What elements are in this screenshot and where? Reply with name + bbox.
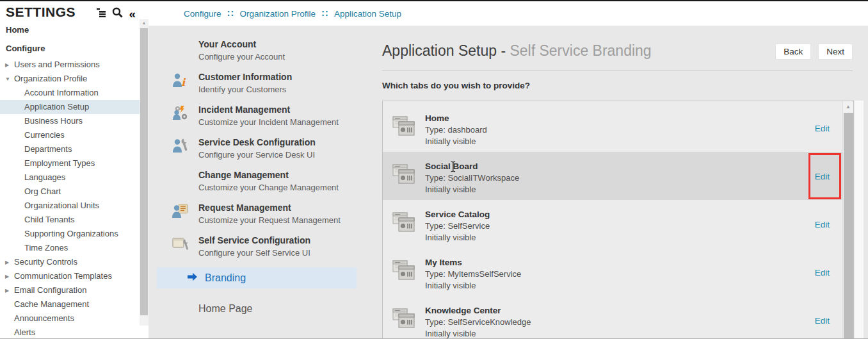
page-scrollbar-track[interactable] [855, 101, 864, 339]
sidebar-item-languages[interactable]: Languages [0, 170, 140, 185]
tab-row-text: Service CatalogType: SelfServiceInitiall… [425, 209, 490, 244]
collapse-sidebar-icon[interactable]: « [129, 9, 136, 19]
menu-item-text: Your AccountConfigure your Account [198, 38, 285, 63]
sidebar-item-employment-types[interactable]: Employment Types [0, 156, 140, 170]
sidebar-item-org-chart[interactable]: Org Chart [0, 185, 140, 199]
sidebar-scrollbar[interactable]: ▲ [140, 19, 149, 326]
tab-row-text: My ItemsType: MyItemsSelfServiceInitiall… [425, 257, 521, 292]
sidebar-item-email-configuration[interactable]: ▶Email Configuration [0, 283, 140, 297]
tab-name: Social Board [425, 161, 519, 172]
tab-type: Type: dashboard [425, 124, 487, 136]
edit-link-knowledge-center[interactable]: Edit [815, 315, 830, 325]
empty-icon-slot [172, 169, 198, 194]
menu-item-title: Change Management [198, 169, 339, 181]
tree-view-icon[interactable] [97, 8, 106, 20]
sidebar-item-label: Departments [24, 144, 72, 154]
tab-vis: Initially visible [425, 184, 519, 195]
sidebar-scrollbar-thumb[interactable] [140, 28, 148, 315]
sidebar-item-business-hours[interactable]: Business Hours [0, 114, 140, 128]
edit-link-social-board[interactable]: Edit [815, 171, 830, 181]
menu-item-service-desk-configuration[interactable]: Service Desk ConfigurationConfigure your… [157, 136, 357, 161]
menu-item-title: Your Account [198, 38, 285, 51]
tab-row-social-board[interactable]: Social BoardType: SocialITWorkspaceIniti… [383, 152, 842, 200]
sidebar-item-time-zones[interactable]: Time Zones [0, 241, 140, 255]
sidebar-item-child-tenants[interactable]: Child Tenants [0, 213, 140, 227]
sidebar-item-security-controls[interactable]: ▶Security Controls [0, 255, 140, 269]
sidebar-item-communication-templates[interactable]: ▶Communication Templates [0, 269, 140, 283]
menu-item-change-management[interactable]: Change ManagementCustomize your Change M… [157, 169, 357, 194]
edit-link-my-items[interactable]: Edit [815, 267, 830, 277]
self-service-configuration-icon [172, 235, 198, 260]
tab-windows-icon [391, 308, 415, 332]
breadcrumb-item-organization-profile[interactable]: Organization Profile [239, 9, 316, 19]
expand-arrow-icon[interactable]: ▶ [5, 284, 14, 298]
tab-vis: Initially visible [425, 136, 487, 147]
sidebar-header: SETTINGS « [0, 1, 140, 23]
menu-item-your-account[interactable]: Your AccountConfigure your Account [157, 38, 357, 63]
breadcrumb-separator: ∷ [322, 8, 328, 19]
sidebar-item-label: Account Information [24, 88, 99, 97]
menu-item-incident-management[interactable]: Incident ManagementCustomize your Incide… [157, 104, 357, 129]
menu-item-title: Request Management [198, 202, 341, 214]
sidebar-item-label: Time Zones [24, 243, 68, 252]
sidebar-item-organizational-units[interactable]: Organizational Units [0, 199, 140, 213]
menu-item-request-management[interactable]: Request ManagementCustomize your Request… [157, 202, 357, 227]
sidebar-item-label: Security Controls [14, 257, 77, 267]
breadcrumb-item-configure[interactable]: Configure [184, 9, 221, 19]
expand-arrow-icon[interactable]: ▶ [5, 270, 14, 284]
sidebar-item-label: Business Hours [24, 116, 83, 126]
sidebar-item-label: Languages [24, 172, 65, 182]
sidebar-item-label: Email Configuration [14, 285, 86, 295]
menu-item-subtitle: Identify your Customers [198, 83, 292, 95]
sidebar-item-account-information[interactable]: Account Information [0, 86, 140, 100]
sidebar-item-configure[interactable]: Configure [0, 42, 140, 56]
tab-vis: Initially visible [425, 328, 531, 339]
breadcrumb: Configure∷Organization Profile∷Applicati… [184, 1, 401, 26]
sidebar-item-supporting-organizations[interactable]: Supporting Organizations [0, 227, 140, 241]
tab-list: HomeType: dashboardInitially visibleEdit… [382, 101, 854, 339]
sidebar-item-label: Home [6, 25, 29, 35]
scroll-up-icon[interactable]: ▲ [140, 19, 149, 27]
search-icon[interactable] [112, 7, 123, 21]
menu-item-home-page[interactable]: Home Page [157, 303, 357, 315]
menu-item-customer-information[interactable]: iCustomer InformationIdentify your Custo… [157, 71, 357, 96]
next-button[interactable]: Next [818, 44, 853, 60]
settings-window: SETTINGS « HomeConfigure▶Users and Permi… [0, 0, 868, 339]
collapse-arrow-icon[interactable]: ▼ [5, 72, 14, 87]
back-button[interactable]: Back [775, 44, 811, 60]
tab-row-home[interactable]: HomeType: dashboardInitially visibleEdit [383, 104, 842, 152]
request-management-icon [172, 202, 198, 227]
expand-arrow-icon[interactable]: ▶ [5, 58, 14, 72]
sidebar-item-label: Users and Permissions [14, 60, 100, 69]
menu-item-text: Service Desk ConfigurationConfigure your… [198, 136, 316, 161]
tab-row-knowledge-center[interactable]: Knowledge CenterType: SelfServiceKnowled… [383, 296, 842, 339]
scroll-up-icon[interactable]: ▲ [843, 101, 853, 112]
sidebar-item-announcements[interactable]: Announcements [0, 311, 140, 326]
tab-list-scrollbar[interactable]: ▲ [842, 101, 853, 339]
sidebar-item-currencies[interactable]: Currencies [0, 128, 140, 142]
tab-list-scrollbar-thumb[interactable] [844, 113, 853, 339]
tab-row-my-items[interactable]: My ItemsType: MyItemsSelfServiceInitiall… [383, 248, 842, 296]
tab-windows-icon [391, 260, 415, 284]
tab-vis: Initially visible [425, 232, 490, 244]
menu-item-self-service-configuration[interactable]: Self Service ConfigurationConfigure your… [157, 235, 357, 260]
tab-row-service-catalog[interactable]: Service CatalogType: SelfServiceInitiall… [383, 200, 842, 248]
edit-link-service-catalog[interactable]: Edit [815, 219, 830, 229]
breadcrumb-item-application-setup[interactable]: Application Setup [334, 9, 401, 19]
sidebar-item-cache-management[interactable]: Cache Management [0, 297, 140, 311]
sidebar-toolbar: « [97, 7, 136, 21]
sidebar-item-label: Announcements [14, 313, 74, 323]
menu-item-text: Request ManagementCustomize your Request… [198, 202, 341, 227]
sidebar-item-home[interactable]: Home [0, 23, 140, 37]
edit-link-home[interactable]: Edit [815, 123, 830, 133]
sidebar-item-users-and-permissions[interactable]: ▶Users and Permissions [0, 58, 140, 72]
expand-arrow-icon[interactable]: ▶ [5, 256, 14, 270]
page-title: Application Setup - Self Service Brandin… [382, 42, 652, 60]
sidebar-item-label: Application Setup [24, 102, 89, 112]
sidebar-item-organization-profile[interactable]: ▼Organization Profile [0, 72, 140, 86]
menu-item-branding[interactable]: Branding [157, 267, 357, 288]
sidebar-item-alerts[interactable]: Alerts [0, 326, 140, 339]
sidebar-item-label: Supporting Organizations [24, 229, 118, 238]
sidebar-item-departments[interactable]: Departments [0, 142, 140, 156]
sidebar-item-application-setup[interactable]: Application Setup [0, 100, 140, 114]
